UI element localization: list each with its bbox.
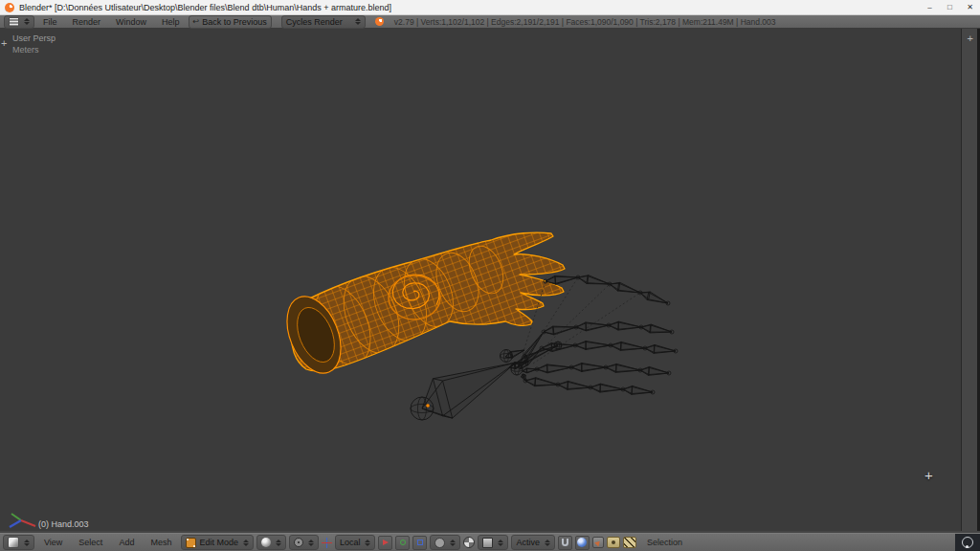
view-name-label: User Persp	[12, 33, 56, 43]
manipulator-rotate-toggle[interactable]	[395, 536, 410, 550]
snap-target-value: Active	[516, 538, 540, 547]
chevron-updown-icon	[355, 18, 361, 25]
mode-select[interactable]: Edit Mode	[181, 535, 254, 550]
units-label: Meters	[12, 45, 39, 55]
record-indicator-icon	[962, 537, 973, 548]
chevron-updown-icon	[24, 540, 30, 546]
snap-element-select[interactable]	[478, 535, 508, 550]
menu-render[interactable]: Render	[66, 17, 108, 27]
manipulator-scale-toggle[interactable]	[412, 536, 427, 550]
corner-overlay	[955, 534, 980, 551]
info-editor-icon	[9, 17, 19, 27]
chevron-updown-icon	[365, 540, 370, 546]
blender-logo-icon	[5, 3, 14, 12]
view3d-editor-icon	[8, 537, 19, 548]
menu-file[interactable]: File	[36, 17, 64, 27]
object-info-label: (0) Hand.003	[38, 519, 89, 529]
chevron-updown-icon	[498, 540, 503, 546]
mode-value: Edit Mode	[199, 538, 238, 547]
menu-mesh[interactable]: Mesh	[144, 538, 178, 547]
orientation-value: Local	[340, 538, 361, 547]
proportional-edit-select[interactable]	[430, 535, 460, 550]
falloff-sphere-icon[interactable]	[463, 537, 475, 548]
scene-stats: v2.79 | Verts:1,102/1,102 | Edges:2,191/…	[394, 17, 776, 27]
render-engine-value: Cycles Render	[286, 17, 343, 27]
snap-target-select[interactable]: Active	[511, 535, 555, 550]
editor-type-select-info[interactable]	[4, 15, 34, 29]
shading-sphere-icon	[261, 538, 271, 547]
chevron-updown-icon	[276, 540, 281, 546]
right-edge-strip	[962, 29, 977, 533]
properties-expand-icon[interactable]: +	[968, 33, 973, 43]
manipulator-translate-toggle[interactable]	[378, 536, 392, 550]
render-engine-select[interactable]: Cycles Render	[281, 15, 366, 29]
menu-view[interactable]: View	[37, 538, 69, 547]
minimize-button[interactable]: –	[920, 0, 940, 15]
chevron-updown-icon	[308, 540, 314, 546]
snap-self-icon	[577, 538, 587, 547]
snap-toggle[interactable]	[558, 536, 572, 550]
hand-mesh	[277, 215, 579, 387]
translate-arrow-icon	[383, 540, 389, 545]
proportional-edit-icon	[434, 538, 445, 548]
back-to-previous-label: Back to Previous	[202, 17, 267, 27]
scale-box-icon	[417, 540, 423, 545]
menu-add[interactable]: Add	[112, 538, 141, 547]
chevron-updown-icon	[545, 540, 550, 546]
manipulator-axis-icon[interactable]	[322, 538, 332, 548]
blender-version-icon	[375, 17, 384, 26]
blender-window: Blender* [D:\Données Utlisateur\Desktop\…	[0, 0, 980, 551]
axis-gizmo-icon	[5, 511, 39, 530]
menu-window[interactable]: Window	[109, 17, 153, 27]
viewport-3d[interactable]: User Persp Meters + + (0) Hand.003 +	[0, 29, 980, 533]
chevron-updown-icon	[24, 18, 30, 25]
magnet-icon	[562, 539, 568, 546]
menu-select[interactable]: Select	[72, 538, 109, 547]
edit-mode-icon	[186, 538, 196, 548]
toolshelf-expand-icon[interactable]: +	[1, 38, 7, 48]
opengl-render-icon[interactable]	[607, 537, 620, 548]
info-header: File Render Window Help ↩ Back to Previo…	[0, 15, 980, 29]
pivot-point-select[interactable]	[289, 535, 319, 550]
chevron-updown-icon	[450, 540, 456, 546]
transform-orientation-select[interactable]: Local	[335, 535, 376, 550]
editor-type-select-3dview[interactable]	[3, 535, 34, 550]
chevron-updown-icon	[243, 540, 249, 546]
rotate-arc-icon	[400, 540, 406, 545]
pivot-point-icon	[294, 538, 303, 547]
snap-peel-icon[interactable]	[592, 537, 604, 548]
close-button[interactable]: ✕	[960, 0, 980, 15]
back-arrow-icon: ↩	[193, 18, 200, 26]
opengl-render-animation-icon[interactable]	[623, 537, 636, 548]
window-title: Blender* [D:\Données Utlisateur\Desktop\…	[19, 3, 391, 12]
selection-label: Selection	[647, 538, 682, 547]
back-to-previous-button[interactable]: ↩ Back to Previous	[189, 15, 272, 29]
maximize-button[interactable]: □	[940, 0, 960, 15]
snap-element-icon	[482, 538, 493, 548]
menu-help[interactable]: Help	[155, 17, 187, 27]
view3d-header: View Select Add Mesh Edit Mode Local	[0, 533, 980, 551]
viewport-scene	[0, 29, 980, 533]
snap-self-toggle[interactable]	[575, 536, 590, 550]
title-bar: Blender* [D:\Données Utlisateur\Desktop\…	[0, 0, 980, 15]
window-controls: – □ ✕	[920, 0, 980, 15]
viewport-shading-select[interactable]	[256, 535, 286, 550]
mouse-cursor: +	[924, 467, 933, 483]
